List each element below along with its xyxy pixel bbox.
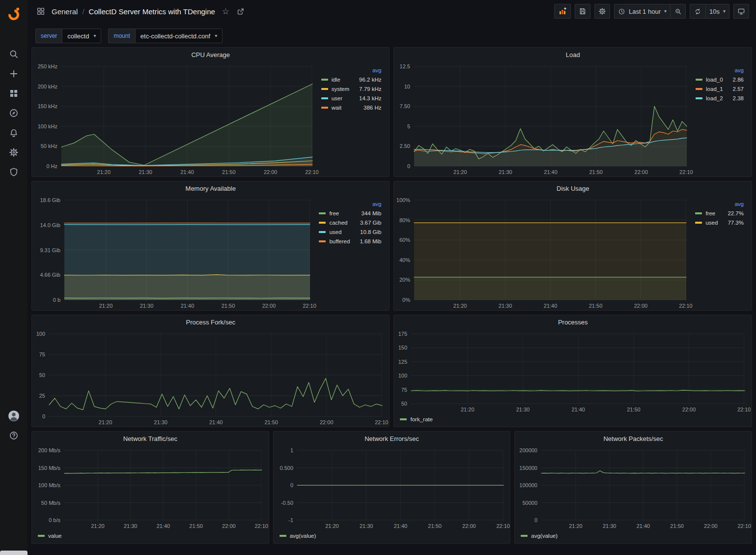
navbar-actions: Last 1 hour ▾ 10s ▾ [554,4,749,19]
user-avatar[interactable] [4,406,24,426]
panel-title[interactable]: Network Traffic/sec [32,432,269,445]
refresh-interval-picker[interactable]: 10s ▾ [705,4,729,19]
svg-text:75: 75 [39,351,45,357]
alerting-bell-icon[interactable] [4,123,24,143]
network-traffic-chart[interactable]: 0 b/s50 Mb/s100 Mb/s150 Mb/s200 Mb/s21:2… [32,445,269,530]
svg-text:22:00: 22:00 [682,407,696,412]
panel-process-fork: Process Fork/sec 025507510021:2021:3021:… [31,315,390,427]
legend-item-cached[interactable]: cached [319,220,350,226]
configuration-gear-icon[interactable] [4,143,24,162]
star-icon[interactable]: ☆ [222,7,229,16]
legend-item-free[interactable]: free [695,210,718,216]
legend-value: 22.7% [728,210,744,216]
svg-text:21:30: 21:30 [603,523,616,529]
legend-item-value[interactable]: value [38,533,62,539]
save-dashboard-button[interactable] [575,4,590,19]
chart-legend: avg(value) [515,530,752,543]
network-packets-chart[interactable]: 05000010000015000020000021:2021:3021:402… [515,445,752,530]
cpu-average-chart[interactable]: 0 Hz50 kHz100 kHz150 kHz200 kHz250 kHz21… [32,61,319,176]
chart-canvas: 025507510021:2021:3021:4021:5022:0022:10 [32,329,389,427]
memory-available-chart[interactable]: 0 b4.66 Gib9.31 Gib14.0 Gib18.6 Gib21:20… [32,195,317,310]
legend-item-fork_rate[interactable]: fork_rate [400,416,432,422]
svg-text:150 Mb/s: 150 Mb/s [38,465,61,471]
svg-text:21:40: 21:40 [393,523,407,529]
svg-text:200000: 200000 [520,447,538,453]
refresh-button[interactable] [690,4,705,19]
panel-title[interactable]: Memory Available [32,181,389,195]
legend-item-load_2[interactable]: load_2 [696,95,723,101]
panel-title[interactable]: CPU Average [32,48,389,61]
variable-server: server collectd ▾ [35,29,101,43]
legend-item-system[interactable]: system [321,86,349,92]
svg-text:50000: 50000 [523,500,538,506]
server-admin-shield-icon[interactable] [4,162,24,182]
variable-picker-mount[interactable]: etc-collectd-collectd.conf ▾ [135,29,223,43]
svg-text:25: 25 [39,393,45,399]
legend-swatch [319,222,326,224]
legend-value: 386 Hz [364,105,381,111]
processes-chart[interactable]: 507510012515017521:2021:3021:4021:5022:0… [394,329,752,414]
tv-mode-button[interactable] [733,4,749,19]
svg-text:21:30: 21:30 [499,303,512,309]
legend-item-used[interactable]: used [319,229,350,235]
panel-title[interactable]: Load [394,48,752,61]
process-fork-chart[interactable]: 025507510021:2021:3021:4021:5022:0022:10 [32,329,389,427]
help-icon[interactable] [4,426,24,445]
legend-item-load_0[interactable]: load_0 [696,77,723,83]
svg-text:150000: 150000 [520,465,538,471]
svg-text:-1: -1 [288,517,293,523]
svg-text:100000: 100000 [520,482,538,488]
svg-text:20%: 20% [399,277,410,283]
grafana-logo[interactable] [4,4,24,24]
chart-canvas: 02.5057.501012.521:2021:3021:4021:5022:0… [394,61,694,176]
panel-title[interactable]: Disk Usage [394,181,752,195]
legend-item-idle[interactable]: idle [321,77,349,83]
dashboard-variables: server collectd ▾ mount etc-collectd-col… [28,23,756,47]
dashboard-settings-button[interactable] [594,4,610,19]
breadcrumb-folder[interactable]: General [52,7,78,16]
apps-grid-icon[interactable] [36,7,45,16]
legend-item-buffered[interactable]: buffered [319,238,350,244]
legend-swatch [38,535,45,537]
legend-item-free[interactable]: free [319,210,350,216]
svg-text:50: 50 [401,401,407,407]
svg-text:21:40: 21:40 [637,523,650,529]
chevron-down-icon: ▾ [215,33,217,38]
legend-value: 77.3% [728,220,744,226]
legend-item-used[interactable]: used [695,220,718,226]
chart-canvas: 05000010000015000020000021:2021:3021:402… [515,445,752,530]
svg-text:100: 100 [36,331,45,337]
variable-picker-server[interactable]: collectd ▾ [62,29,101,43]
create-plus-icon[interactable] [4,64,24,84]
legend-swatch [321,97,328,99]
time-range-picker[interactable]: Last 1 hour ▾ [614,4,670,19]
svg-text:1: 1 [290,447,293,453]
legend-item-load_1[interactable]: load_1 [696,86,723,92]
panel-cpu-average: CPU Average 0 Hz50 kHz100 kHz150 kHz200 … [31,47,390,177]
add-panel-button[interactable] [554,4,571,19]
legend-swatch [696,88,702,90]
network-errors-chart[interactable]: -1-0.5000.500121:2021:3021:4021:5022:002… [274,445,510,530]
panel-title[interactable]: Network Errors/sec [274,432,510,445]
dashboards-icon[interactable] [4,84,24,103]
svg-text:0 b: 0 b [53,297,60,303]
disk-usage-chart[interactable]: 0%20%40%60%80%100%21:2021:3021:4021:5022… [394,195,693,310]
load-chart[interactable]: 02.5057.501012.521:2021:3021:4021:5022:0… [394,61,694,176]
share-icon[interactable] [236,7,245,16]
svg-text:150: 150 [398,345,407,351]
panel-title[interactable]: Process Fork/sec [32,315,389,329]
legend-item-wait[interactable]: wait [321,105,349,111]
variable-label-mount: mount [108,29,135,43]
legend-value: 96.2 kHz [359,77,381,83]
panel-title[interactable]: Processes [394,315,752,329]
zoom-out-button[interactable] [670,4,686,19]
horizontal-scrollbar-thumb[interactable] [0,551,28,555]
explore-compass-icon[interactable] [4,103,24,123]
svg-text:21:30: 21:30 [360,523,373,529]
chart-legend: avgidle96.2 kHzsystem7.79 kHzuser14.3 kH… [319,61,390,176]
legend-item-avg(value)[interactable]: avg(value) [280,533,316,539]
search-icon[interactable] [4,44,24,64]
legend-item-user[interactable]: user [321,95,349,101]
legend-item-avg(value)[interactable]: avg(value) [521,533,558,539]
panel-title[interactable]: Network Packets/sec [515,432,752,445]
